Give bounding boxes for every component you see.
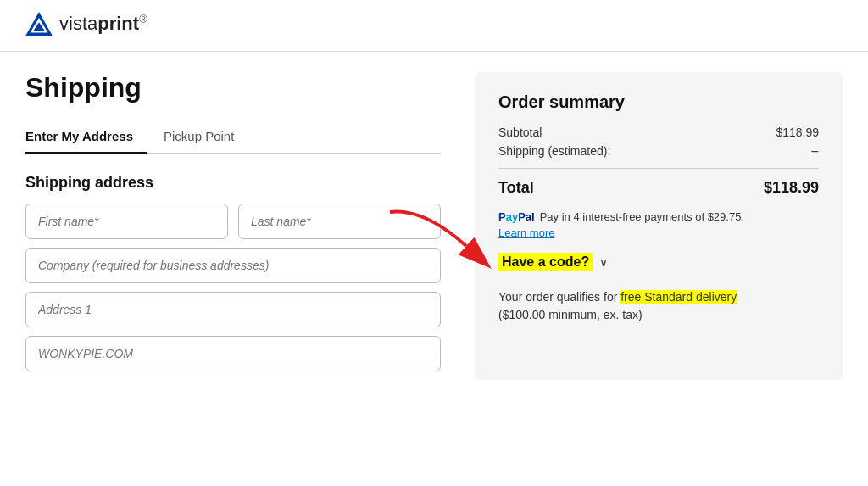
paypal-logo: PayPal [498,210,535,223]
first-name-input[interactable] [25,204,228,239]
paypal-section: PayPal Pay in 4 interest-free payments o… [498,210,819,239]
subtotal-label: Subtotal [498,126,542,139]
last-name-input[interactable] [238,204,441,239]
shipping-label: Shipping (estimated): [498,144,610,158]
free-delivery-suffix: ($100.00 minimum, ex. tax) [498,308,643,321]
shipping-tabs: Enter My Address Pickup Point [25,120,441,154]
company-input[interactable] [25,248,441,283]
total-row: Total $118.99 [498,179,819,197]
have-code-row[interactable]: Have a code? ∨ [498,253,819,271]
main-content: Shipping Enter My Address Pickup Point S… [0,52,868,400]
paypal-description: Pay in 4 interest-free payments of $29.7… [540,210,744,223]
learn-more-link[interactable]: Learn more [498,226,554,239]
logo-text: vistaprint® [59,13,147,34]
free-delivery-highlight: free Standard delivery [620,290,737,304]
shipping-value: -- [811,144,819,158]
vistaprint-logo-icon [25,12,53,36]
total-label: Total [498,179,534,197]
order-summary-panel: Order summary Subtotal $118.99 Shipping … [475,72,843,380]
company-row [25,248,441,283]
have-code-label: Have a code? [498,253,593,271]
left-column: Shipping Enter My Address Pickup Point S… [25,72,441,380]
chevron-down-icon: ∨ [599,255,608,269]
shipping-row: Shipping (estimated): -- [498,144,819,158]
name-row [25,204,441,239]
tab-enter-address[interactable]: Enter My Address [25,120,147,154]
subtotal-row: Subtotal $118.99 [498,126,819,139]
shipping-address-title: Shipping address [25,174,441,192]
header: vistaprint® [0,0,868,52]
logo-wordmark: vistaprint® [59,13,147,35]
subtotal-value: $118.99 [776,126,819,139]
free-delivery-prefix: Your order qualifies for [498,290,620,304]
order-summary-title: Order summary [498,92,819,112]
paypal-row: PayPal Pay in 4 interest-free payments o… [498,210,819,223]
total-value: $118.99 [764,179,819,197]
address1-input[interactable] [25,292,441,327]
summary-divider [498,168,819,169]
address2-row [25,336,441,371]
tab-pickup-point[interactable]: Pickup Point [164,120,248,154]
logo: vistaprint® [25,12,843,36]
address1-row [25,292,441,327]
address2-input[interactable] [25,336,441,371]
page-title: Shipping [25,72,441,103]
free-delivery-note: Your order qualifies for free Standard d… [498,288,819,324]
